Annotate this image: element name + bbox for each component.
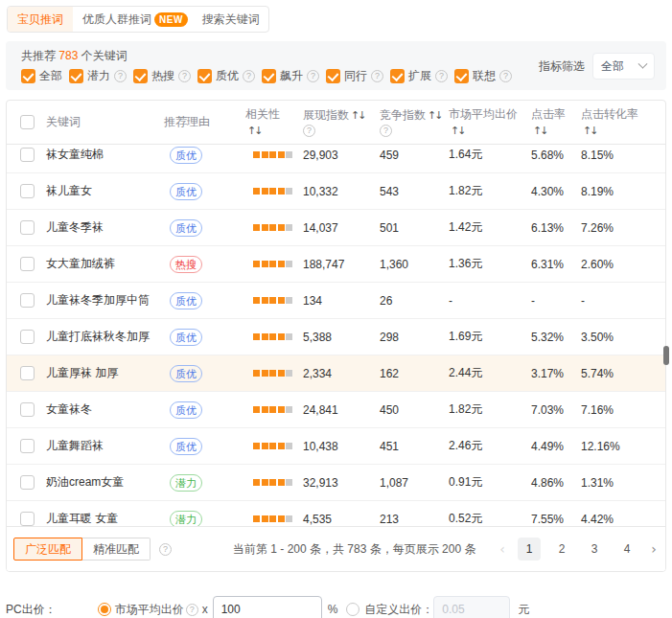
exact-match-button[interactable]: 精准匹配 bbox=[82, 538, 151, 561]
metric-filter-select[interactable]: 全部 bbox=[592, 53, 655, 80]
sort-icon[interactable]: ↑↓ bbox=[351, 108, 364, 123]
info-icon[interactable]: ? bbox=[371, 70, 383, 82]
info-icon[interactable]: ? bbox=[186, 604, 198, 616]
tab-product-keywords[interactable]: 宝贝推词 bbox=[8, 7, 73, 32]
avg-bid-cell: 1.64元 bbox=[449, 147, 482, 163]
market-bid-radio[interactable] bbox=[98, 603, 111, 616]
sort-icon[interactable]: ↑↓ bbox=[428, 108, 441, 123]
checkbox-icon[interactable] bbox=[326, 69, 340, 83]
page-button-1[interactable]: 1 bbox=[518, 538, 541, 561]
checkbox-icon[interactable] bbox=[197, 69, 212, 83]
sort-icon[interactable]: ↑↓ bbox=[533, 124, 546, 138]
col-ctr: 点击率 bbox=[531, 107, 566, 122]
info-icon[interactable]: ? bbox=[303, 125, 315, 137]
multiply-sign: x bbox=[202, 603, 208, 616]
tab-audience-keywords[interactable]: 优质人群推词 NEW bbox=[73, 7, 195, 32]
col-relevance: 相关性 bbox=[245, 107, 280, 122]
row-checkbox[interactable] bbox=[20, 184, 35, 198]
info-icon[interactable]: ? bbox=[435, 70, 448, 82]
page-summary: 当前第 1 - 200 条，共 783 条，每页展示 200 条 bbox=[233, 541, 475, 558]
filter-checkbox-8[interactable]: 联想? bbox=[454, 68, 512, 84]
competition-index-cell: 1,360 bbox=[380, 258, 408, 271]
ctr-cell: 7.03% bbox=[531, 403, 564, 417]
info-icon[interactable]: ? bbox=[380, 125, 392, 137]
tab-search-keywords[interactable]: 搜索关键词 bbox=[195, 7, 268, 32]
row-checkbox[interactable] bbox=[20, 402, 35, 417]
filter-checkbox-3[interactable]: 热搜? bbox=[133, 68, 191, 84]
row-checkbox[interactable] bbox=[20, 475, 35, 490]
reason-badge: 质优 bbox=[170, 329, 202, 346]
impression-index-cell: 134 bbox=[303, 294, 322, 308]
filter-checkbox-2[interactable]: 潜力? bbox=[69, 68, 127, 84]
row-checkbox[interactable] bbox=[20, 439, 35, 453]
info-icon[interactable]: ? bbox=[499, 70, 512, 82]
info-icon[interactable]: ? bbox=[178, 70, 191, 82]
checkbox-icon[interactable] bbox=[133, 69, 148, 83]
row-checkbox[interactable] bbox=[20, 148, 35, 162]
broad-match-button[interactable]: 广泛匹配 bbox=[13, 538, 82, 561]
checkbox-icon[interactable] bbox=[69, 69, 83, 83]
ctr-cell: 5.32% bbox=[531, 331, 564, 344]
select-all-checkbox[interactable] bbox=[20, 115, 35, 129]
avg-bid-cell: 0.52元 bbox=[449, 511, 482, 526]
info-icon[interactable]: ? bbox=[243, 70, 255, 82]
custom-bid-radio[interactable] bbox=[346, 603, 359, 616]
row-checkbox[interactable] bbox=[20, 512, 35, 526]
relevance-bars bbox=[253, 406, 292, 413]
competition-index-cell: 459 bbox=[380, 149, 399, 162]
next-page-button[interactable]: › bbox=[646, 541, 661, 557]
sort-icon[interactable]: ↑↓ bbox=[451, 124, 464, 138]
info-icon[interactable]: ? bbox=[159, 543, 172, 556]
table-row: 女大童加绒裤热搜188,7471,3601.36元6.31%2.60% bbox=[7, 246, 665, 283]
sort-icon[interactable]: ↑↓ bbox=[247, 124, 261, 138]
checkbox-icon[interactable] bbox=[390, 69, 405, 83]
impression-index-cell: 10,332 bbox=[303, 185, 338, 198]
market-bid-percent-input[interactable] bbox=[213, 596, 322, 618]
row-checkbox[interactable] bbox=[20, 257, 35, 271]
info-icon[interactable]: ? bbox=[307, 70, 319, 82]
checkbox-icon[interactable] bbox=[454, 69, 469, 83]
avg-bid-cell: 1.82元 bbox=[449, 183, 482, 199]
metric-filter-value: 全部 bbox=[601, 58, 624, 75]
page-button-4[interactable]: 4 bbox=[615, 538, 638, 561]
page-button-2[interactable]: 2 bbox=[550, 538, 573, 561]
checkbox-icon[interactable] bbox=[262, 69, 276, 83]
competition-index-cell: 543 bbox=[380, 185, 399, 198]
relevance-bars bbox=[253, 443, 292, 449]
row-checkbox[interactable] bbox=[20, 330, 35, 344]
reason-badge: 质优 bbox=[170, 438, 202, 455]
row-checkbox[interactable] bbox=[20, 293, 35, 308]
relevance-bars bbox=[253, 188, 292, 195]
prev-page-button[interactable]: ‹ bbox=[495, 541, 510, 557]
impression-index-cell: 24,841 bbox=[303, 403, 338, 417]
sort-icon[interactable]: ↑↓ bbox=[583, 124, 596, 138]
avg-bid-cell: 1.69元 bbox=[449, 329, 482, 345]
impression-index-cell: 5,388 bbox=[303, 331, 332, 344]
market-bid-label: 市场平均出价 bbox=[115, 602, 184, 618]
keyword-cell: 儿童袜冬季加厚中筒 bbox=[46, 292, 150, 309]
avg-bid-cell: 1.36元 bbox=[449, 256, 482, 272]
custom-bid-input[interactable] bbox=[433, 596, 510, 618]
row-checkbox[interactable] bbox=[20, 366, 35, 380]
checkbox-icon[interactable] bbox=[21, 69, 35, 83]
competition-index-cell: 450 bbox=[380, 403, 399, 417]
impression-index-cell: 4,535 bbox=[303, 513, 332, 526]
page-button-3[interactable]: 3 bbox=[583, 538, 606, 561]
checkbox-label: 扩展 bbox=[408, 68, 431, 84]
reason-badge: 质优 bbox=[170, 401, 202, 419]
info-icon[interactable]: ? bbox=[114, 70, 127, 82]
filter-checkbox-4[interactable]: 质优? bbox=[197, 68, 255, 84]
relevance-bars bbox=[253, 224, 292, 231]
filter-checkbox-7[interactable]: 扩展? bbox=[390, 68, 448, 84]
row-checkbox[interactable] bbox=[20, 220, 35, 235]
ctr-cell: 3.17% bbox=[531, 367, 564, 380]
checkbox-label: 潜力 bbox=[87, 68, 110, 84]
impression-index-cell: 14,037 bbox=[303, 221, 338, 235]
chevron-down-icon bbox=[638, 58, 648, 68]
scrollbar-thumb[interactable] bbox=[663, 346, 669, 365]
filter-checkbox-6[interactable]: 同行? bbox=[326, 68, 383, 84]
reason-badge: 潜力 bbox=[170, 511, 202, 527]
filter-checkbox-5[interactable]: 飙升? bbox=[262, 68, 319, 84]
cvr-cell: 12.16% bbox=[581, 440, 620, 453]
filter-checkbox-1[interactable]: 全部 bbox=[21, 68, 62, 84]
